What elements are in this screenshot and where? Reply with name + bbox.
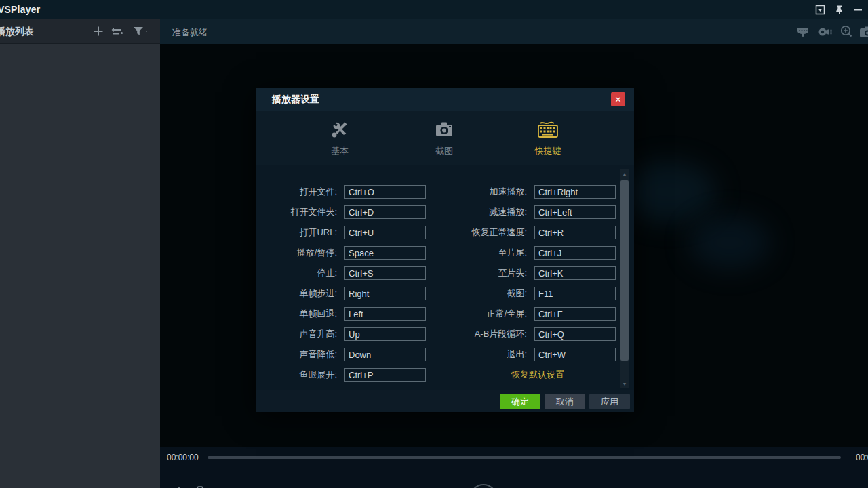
sort-playlist-button[interactable] [110, 24, 125, 39]
dialog-title: 播放器设置 [272, 94, 319, 106]
hotkey-row-open-url: 打开URL: [269, 222, 427, 243]
hotkey-input-normal-speed[interactable] [534, 226, 616, 239]
hotkey-input-frame-back[interactable] [344, 307, 426, 321]
playlist-panel: 播放列表 [0, 19, 160, 488]
hotkey-row-stop: 停止: [269, 263, 427, 283]
hotkey-label: 打开文件夹: [269, 206, 337, 218]
hotkey-label: 减速播放: [418, 206, 527, 218]
dialog-footer: 确定 取消 应用 [256, 390, 634, 412]
hotkey-row-play-pause: 播放/暂停: [269, 243, 427, 263]
pin-icon [834, 5, 844, 15]
seek-bar[interactable] [208, 456, 841, 459]
hotkey-label: 至片头: [418, 267, 527, 279]
hotkey-row-exit: 退出: [418, 344, 616, 365]
hotkey-label: 打开URL: [269, 226, 337, 239]
close-icon: ✕ [614, 95, 621, 104]
hotkey-label: 鱼眼展开: [269, 369, 337, 381]
hotkey-input-open-folder[interactable] [344, 205, 426, 219]
hotkey-input-stop[interactable] [344, 266, 426, 280]
hotkey-row-snapshot: 截图: [418, 283, 616, 304]
hotkey-label: 截图: [418, 287, 527, 300]
snapshot-button[interactable] [859, 24, 868, 40]
total-time: 00:00:00 [856, 453, 868, 462]
hotkey-input-play-pause[interactable] [344, 246, 426, 260]
hotkey-row-to-end: 至片尾: [418, 243, 616, 263]
hotkey-input-ab-loop[interactable] [534, 327, 616, 341]
cancel-button[interactable]: 取消 [545, 394, 585, 409]
hotkey-input-speed-down[interactable] [534, 205, 616, 219]
minimize-button[interactable] [852, 3, 864, 16]
hotkey-input-volume-down[interactable] [344, 348, 426, 361]
title-bar: VSPlayer [0, 0, 868, 19]
hotkeys-column-left: 打开文件: 打开文件夹: 打开URL: 播放/暂停: 停止: [269, 165, 427, 385]
video-noise [621, 161, 716, 222]
tab-snapshot-label: 截图 [435, 145, 453, 157]
dialog-title-bar: 播放器设置 ✕ [256, 88, 634, 111]
tab-basic[interactable]: 基本 [299, 118, 380, 161]
dialog-scrollbar[interactable]: ▲ ▼ [620, 169, 629, 388]
hotkey-label: 单帧步进: [269, 287, 337, 300]
toolbox-button[interactable] [193, 485, 207, 488]
bullet-camera-icon [816, 24, 833, 40]
hotkey-input-fullscreen[interactable] [534, 307, 616, 321]
hotkey-label: 播放/暂停: [269, 247, 337, 259]
hotkey-input-open-file[interactable] [344, 185, 426, 199]
scroll-up-arrow[interactable]: ▲ [620, 169, 629, 178]
hotkey-row-fullscreen: 正常/全屏: [418, 304, 616, 324]
hotkey-label: 加速播放: [418, 186, 527, 198]
fisheye-mode-button[interactable] [795, 24, 811, 40]
hotkey-label: 单帧回退: [269, 308, 337, 320]
hotkey-input-exit[interactable] [534, 348, 616, 361]
swap-arrows-icon [110, 24, 125, 38]
pin-on-top-button[interactable] [833, 3, 845, 16]
hotkey-row-open-file: 打开文件: [269, 182, 427, 202]
app-title: VSPlayer [0, 4, 40, 15]
digital-zoom-button[interactable] [838, 24, 854, 40]
filter-funnel-icon [132, 24, 151, 38]
dialog-tab-bar: 基本 截图 [256, 111, 634, 165]
hotkey-input-fisheye[interactable] [344, 368, 426, 382]
apply-button[interactable]: 应用 [589, 394, 630, 409]
hotkey-label: 正常/全屏: [418, 308, 527, 320]
hotkey-row-normal-speed: 恢复正常速度: [418, 222, 616, 243]
hotkey-input-snapshot[interactable] [534, 287, 616, 300]
dialog-close-button[interactable]: ✕ [611, 92, 625, 106]
tab-snapshot[interactable]: 截图 [403, 118, 485, 161]
hotkey-row-speed-down: 减速播放: [418, 202, 616, 222]
toolbox-icon [193, 485, 207, 488]
hotkeys-form: 打开文件: 打开文件夹: 打开URL: 播放/暂停: 停止: [256, 165, 634, 390]
hotkey-row-open-folder: 打开文件夹: [269, 202, 427, 222]
hotkey-label: 声音升高: [269, 328, 337, 340]
minimize-to-tray-button[interactable] [814, 3, 826, 16]
hotkey-row-ab-loop: A-B片段循环: [418, 324, 616, 344]
hotkey-row-fisheye: 鱼眼展开: [269, 365, 427, 385]
hotkey-input-to-start[interactable] [534, 266, 616, 280]
keyboard-icon [536, 118, 559, 141]
status-text: 准备就绪 [172, 26, 208, 39]
play-button[interactable] [470, 484, 497, 488]
add-to-playlist-button[interactable] [92, 24, 106, 39]
ok-button[interactable]: 确定 [500, 394, 540, 409]
hotkey-input-speed-up[interactable] [534, 185, 616, 199]
tools-icon [330, 118, 350, 141]
plus-icon [92, 24, 105, 38]
hotkey-row-speed-up: 加速播放: [418, 182, 616, 202]
hotkey-input-volume-up[interactable] [344, 327, 426, 341]
playlist-header: 播放列表 [0, 19, 160, 44]
hotkey-input-to-end[interactable] [534, 246, 616, 260]
status-toolbar: 准备就绪 [160, 19, 868, 44]
restore-defaults-link[interactable]: 恢复默认设置 [418, 365, 616, 385]
hotkey-label: 停止: [269, 267, 337, 279]
hotkey-input-frame-forward[interactable] [344, 287, 426, 300]
tab-hotkeys-label: 快捷键 [535, 145, 561, 157]
hotkey-row-frame-back: 单帧回退: [269, 304, 427, 324]
filter-playlist-button[interactable] [132, 24, 151, 39]
tab-hotkeys[interactable]: 快捷键 [507, 118, 589, 161]
hotkey-input-open-url[interactable] [344, 226, 426, 239]
player-settings-dialog: 播放器设置 ✕ 基本 [256, 88, 634, 412]
scrollbar-thumb[interactable] [620, 180, 629, 361]
zoom-in-icon [838, 24, 854, 40]
ptz-control-button[interactable] [816, 24, 833, 40]
scroll-down-arrow[interactable]: ▼ [620, 380, 629, 388]
camera-icon [434, 118, 454, 141]
